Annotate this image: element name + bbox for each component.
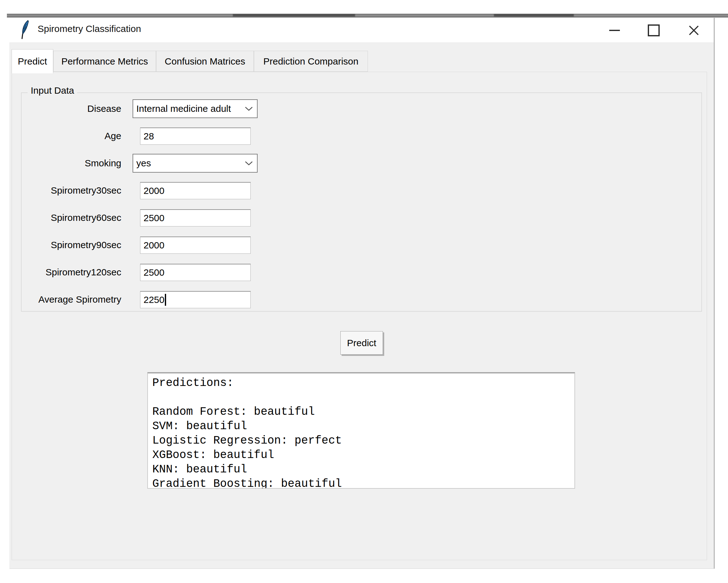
smoking-value: yes (133, 158, 244, 168)
input-data-group-title: Input Data (28, 85, 77, 96)
spirometry90sec-label: Spirometry90sec (22, 236, 121, 255)
spirometry120sec-input[interactable]: 2500 (140, 264, 251, 281)
spirometry60sec-label: Spirometry60sec (22, 208, 121, 227)
close-icon (687, 24, 700, 37)
disease-value: Internal medicine adult (133, 103, 244, 114)
age-input[interactable]: 28 (140, 128, 251, 145)
tab-label: Confusion Matrices (165, 56, 245, 67)
disease-label: Disease (22, 99, 121, 118)
spirometry30sec-value: 2000 (140, 185, 164, 196)
spirometry90sec-value: 2000 (140, 240, 164, 250)
average-spirometry-input[interactable]: 2250 (140, 291, 251, 308)
age-label: Age (22, 127, 121, 145)
tk-feather-icon (19, 20, 31, 39)
spirometry60sec-value: 2500 (140, 213, 164, 223)
window-title: Spirometry Classification (37, 24, 141, 34)
average-spirometry-value: 2250 (140, 294, 164, 305)
tab-confusion-matrices[interactable]: Confusion Matrices (156, 51, 254, 72)
text-cursor (165, 294, 166, 306)
tab-performance-metrics[interactable]: Performance Metrics (53, 51, 156, 72)
spirometry120sec-value: 2500 (140, 267, 164, 278)
spirometry120sec-label: Spirometry120sec (22, 263, 121, 282)
maximize-button[interactable] (643, 21, 665, 40)
maximize-icon (648, 24, 660, 36)
background-window-fragment (233, 14, 355, 17)
minimize-button[interactable] (603, 21, 626, 40)
tab-label: Predict (18, 56, 47, 67)
form-row-spirometry90sec: Spirometry90sec2000 (0, 236, 282, 255)
minimize-icon (609, 30, 620, 31)
form-row-age: Age28 (0, 127, 282, 145)
tab-prediction-comparison[interactable]: Prediction Comparison (254, 51, 368, 72)
chevron-down-icon (244, 106, 253, 111)
form-row-smoking: Smokingyes (0, 154, 282, 173)
form-row-spirometry30sec: Spirometry30sec2000 (0, 181, 282, 200)
screen: Spirometry Classification PredictPerform… (0, 0, 728, 583)
spirometry60sec-input[interactable]: 2500 (140, 209, 251, 227)
spirometry30sec-input[interactable]: 2000 (140, 182, 251, 199)
predict-button-label: Predict (347, 338, 376, 348)
smoking-combobox[interactable]: yes (133, 154, 258, 173)
spirometry90sec-input[interactable]: 2000 (140, 237, 251, 254)
tab-predict[interactable]: Predict (11, 49, 53, 73)
spirometry30sec-label: Spirometry30sec (22, 181, 121, 200)
predict-button[interactable]: Predict (340, 331, 383, 354)
predictions-text: Predictions: Random Forest: beautiful SV… (148, 373, 574, 489)
form-row-spirometry120sec: Spirometry120sec2500 (0, 263, 282, 282)
close-button[interactable] (682, 21, 705, 40)
form-row-disease: DiseaseInternal medicine adult (0, 99, 282, 118)
average-spirometry-label: Average Spirometry (22, 290, 121, 309)
background-window-edge (7, 14, 728, 18)
form-row-average-spirometry: Average Spirometry2250 (0, 290, 282, 309)
tab-label: Performance Metrics (61, 56, 148, 67)
chevron-down-icon (244, 160, 253, 166)
smoking-label: Smoking (22, 154, 121, 173)
disease-combobox[interactable]: Internal medicine adult (133, 99, 258, 118)
age-value: 28 (140, 131, 154, 141)
background-window-fragment (494, 14, 574, 17)
predictions-output[interactable]: Predictions: Random Forest: beautiful SV… (147, 372, 575, 489)
form-row-spirometry60sec: Spirometry60sec2500 (0, 208, 282, 227)
tab-label: Prediction Comparison (263, 56, 358, 67)
